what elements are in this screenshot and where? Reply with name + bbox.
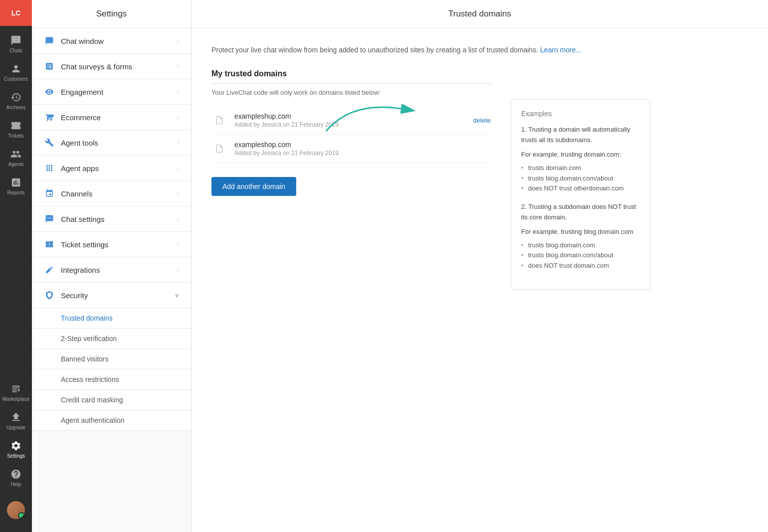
sidebar-item-channels[interactable]: Channels › (32, 181, 191, 206)
nav-label-help: Help (11, 482, 21, 487)
nav-label-customers: Customers (4, 76, 28, 82)
example-item-1: 1. Trusting a domain will automatically … (521, 125, 640, 194)
reports-icon (10, 177, 21, 188)
sidebar-label-chat-settings: Chat settings (61, 215, 105, 223)
subtitle: Your LiveChat code will only work on dom… (211, 89, 491, 96)
archives-icon (10, 92, 21, 103)
domain-meta: Added by Jessica on 21 February 2019 (234, 150, 491, 157)
sidebar-subitem-agent-auth[interactable]: Agent authentication (32, 410, 191, 431)
settings-sidebar: Settings Chat window › Chat surveys & fo… (32, 0, 192, 532)
sidebar-label-security: Security (61, 291, 88, 300)
sidebar-item-agent-tools[interactable]: Agent tools › (32, 130, 191, 156)
domain-list: exampleshup.com Added by Jessica on 21 F… (211, 106, 491, 163)
channels-icon (44, 188, 55, 199)
nav-icon-customers[interactable]: Customers (0, 58, 32, 87)
sidebar-subitem-banned-visitors[interactable]: Banned visitors (32, 349, 191, 369)
sidebar-item-chat-surveys[interactable]: Chat surveys & forms › (32, 54, 191, 79)
chevron-right-icon: › (177, 241, 179, 248)
nav-label-agents: Agents (8, 162, 23, 167)
domain-meta: Added by Jessica on 21 February 2019 (234, 121, 465, 128)
sidebar-item-chat-settings[interactable]: Chat settings › (32, 206, 191, 232)
surveys-icon (44, 61, 55, 72)
list-item: trusts domain.com (521, 163, 640, 174)
nav-icon-reports[interactable]: Reports (0, 172, 32, 200)
list-item: trusts blog.domain.com (521, 240, 640, 251)
domain-row: exampleshup.com Added by Jessica on 21 F… (211, 106, 491, 135)
example-2-subheading: For example, trusting blog.domain.com (521, 227, 640, 237)
sidebar-label-ticket-settings: Ticket settings (61, 240, 108, 249)
nav-icon-chats[interactable]: Chats (0, 30, 32, 58)
domain-info: exampleshop.com Added by Jessica on 21 F… (234, 141, 491, 157)
nav-icon-archives[interactable]: Archives (0, 87, 32, 115)
nav-bottom-icons: Marketplace Upgrade Settings Help (0, 378, 32, 532)
learn-more-link[interactable]: Learn more... (540, 46, 581, 54)
tickets-icon (10, 120, 21, 131)
chevron-right-icon: › (177, 37, 179, 44)
sidebar-label-engagement: Engagement (61, 88, 103, 96)
sidebar-item-chat-window[interactable]: Chat window › (32, 28, 191, 54)
marketplace-icon (10, 383, 21, 394)
sidebar-item-ecommerce[interactable]: Ecommerce › (32, 105, 191, 130)
list-item: does NOT trust otherdomain.com (521, 183, 640, 194)
nav-icon-upgrade[interactable]: Upgrade (0, 407, 32, 435)
sidebar-label-chat-window: Chat window (61, 37, 104, 45)
domain-name: exampleshop.com (234, 141, 491, 149)
domains-section: My trusted domains Your LiveChat code wi… (211, 69, 491, 196)
ticket-settings-icon (44, 239, 55, 250)
sidebar-label-agent-apps: Agent apps (61, 164, 99, 173)
sidebar-subitem-credit-card-masking[interactable]: Credit card masking (32, 390, 191, 410)
sidebar-item-ticket-settings[interactable]: Ticket settings › (32, 232, 191, 257)
examples-title: Examples (521, 110, 640, 118)
settings-title: Settings (32, 0, 191, 28)
engagement-icon (44, 86, 55, 97)
page-title: Trusted domains (192, 0, 768, 28)
security-submenu: Trusted domains 2-Step verification Bann… (32, 308, 191, 431)
nav-icon-marketplace[interactable]: Marketplace (0, 378, 32, 407)
sidebar-item-engagement[interactable]: Engagement › (32, 79, 191, 105)
chevron-right-icon: › (177, 88, 179, 95)
nav-label-archives: Archives (6, 105, 25, 110)
sidebar-item-security[interactable]: Security ∨ (32, 283, 191, 308)
customers-icon (10, 63, 21, 74)
sidebar-subitem-trusted-domains[interactable]: Trusted domains (32, 308, 191, 329)
sidebar-item-agent-apps[interactable]: Agent apps › (32, 156, 191, 181)
main-content: Trusted domains Protect your live chat w… (192, 0, 768, 532)
sidebar-subitem-access-restrictions[interactable]: Access restrictions (32, 369, 191, 390)
upgrade-icon (10, 412, 21, 423)
chevron-right-icon: › (177, 190, 179, 197)
chat-settings-icon (44, 213, 55, 224)
sidebar-item-integrations[interactable]: Integrations › (32, 257, 191, 283)
list-item: trusts blog.domain.com/about (521, 250, 640, 261)
nav-icon-tickets[interactable]: Tickets (0, 115, 32, 144)
domain-file-icon (211, 111, 227, 129)
nav-label-tickets: Tickets (8, 133, 23, 139)
agents-icon (10, 149, 21, 160)
example-1-subheading: For example, trusting domain.com: (521, 150, 640, 160)
sidebar-label-agent-tools: Agent tools (61, 139, 98, 147)
delete-domain-1-button[interactable]: delete (473, 117, 491, 124)
nav-label-settings: Settings (7, 453, 25, 459)
chevron-right-icon: › (177, 114, 179, 121)
nav-icon-help[interactable]: Help (0, 464, 32, 492)
add-domain-button[interactable]: Add another domain (211, 177, 296, 196)
nav-label-reports: Reports (7, 190, 24, 195)
chevron-down-icon: ∨ (175, 292, 179, 299)
nav-icon-settings[interactable]: Settings (0, 435, 32, 464)
chevron-right-icon: › (177, 215, 179, 222)
user-avatar-container[interactable] (0, 492, 32, 528)
nav-icons: Chats Customers Archives Tickets Agents … (0, 26, 32, 378)
sidebar-label-integrations: Integrations (61, 266, 100, 274)
nav-label-marketplace: Marketplace (2, 396, 29, 402)
nav-icon-agents[interactable]: Agents (0, 144, 32, 172)
chevron-right-icon: › (177, 139, 179, 146)
sidebar-label-chat-surveys: Chat surveys & forms (61, 62, 132, 71)
list-item: trusts blog.domain.com/about (521, 174, 640, 184)
example-2-bullets: trusts blog.domain.com trusts blog.domai… (521, 240, 640, 271)
agent-tools-icon (44, 137, 55, 148)
icon-sidebar: LC Chats Customers Archives Tickets Agen… (0, 0, 32, 532)
example-item-2: 2. Trusting a subdomain does NOT trust i… (521, 202, 640, 271)
chat-window-icon (44, 35, 55, 46)
sidebar-subitem-two-step[interactable]: 2-Step verification (32, 329, 191, 349)
sidebar-label-ecommerce: Ecommerce (61, 113, 101, 122)
content-layout: My trusted domains Your LiveChat code wi… (211, 69, 748, 290)
